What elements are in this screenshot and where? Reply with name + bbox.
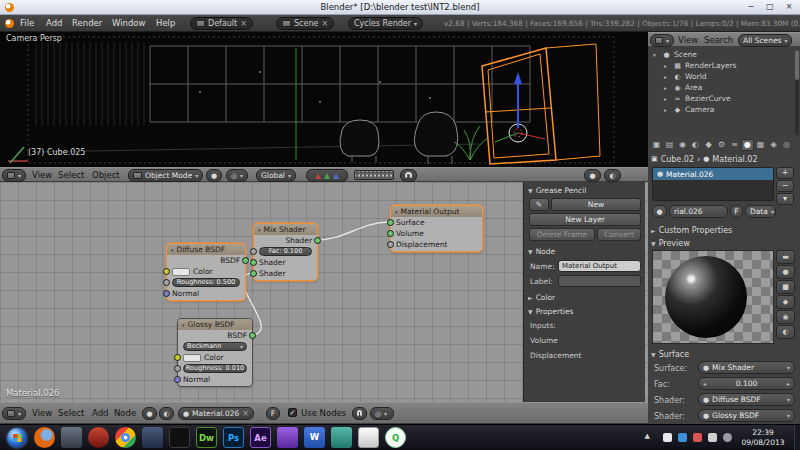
ne-menu-view[interactable]: View [32,406,52,421]
slot-specials-menu[interactable]: ▾ [776,193,794,205]
expand-icon[interactable]: ▸ [664,107,670,113]
tab-physics-icon[interactable]: ◎ [780,139,793,151]
color-swatch[interactable] [172,268,190,276]
outliner-item-renderlayers[interactable]: ▸ ▦ RenderLayers [648,60,792,71]
taskbar-icon-app-teal[interactable] [331,427,352,448]
output-socket-shader[interactable] [314,237,321,244]
item-label[interactable]: Area [685,83,702,92]
breadcrumb-object[interactable]: Cube.02 [661,155,694,164]
snap-toggle[interactable] [400,169,417,182]
custom-properties-header[interactable]: ► Custom Properties [651,224,797,236]
expand-icon[interactable]: ▸ [664,74,670,80]
pivot-point-selector[interactable]: ◎ ▾ [226,169,248,182]
ne-menu-select[interactable]: Select [58,406,84,421]
color-swatch[interactable] [183,354,201,362]
input-socket-shader1[interactable] [250,259,257,266]
layers-widget[interactable] [354,170,394,180]
render-opengl-anim-button[interactable]: ◐ [604,169,621,182]
material-link-selector[interactable]: Data ▾ [745,205,776,218]
item-label[interactable]: Scene [674,50,697,59]
ne-menu-add[interactable]: Add [92,406,108,421]
item-label[interactable]: World [685,72,707,81]
expand-icon[interactable]: ▸ [664,96,670,102]
minimize-button[interactable]: ─ [742,0,760,14]
arrow-left-icon[interactable]: ◂ [703,380,706,387]
input-socket-normal[interactable] [174,376,181,383]
roughness-slider[interactable]: Roughness: 0.500 [172,278,240,287]
preview-type-sphere-button[interactable]: ● [776,265,795,279]
preview-type-flat-button[interactable]: ▬ [776,250,795,264]
item-label[interactable]: BezierCurve [685,94,731,103]
expand-icon[interactable]: ▸ [664,63,670,69]
node-diffuse-bsdf[interactable]: ▾ Diffuse BSDF BSDF Color Roughness: 0.5… [167,244,245,300]
scale-manipulator-icon[interactable] [333,173,339,179]
fac-slider[interactable]: ◂ 0.100 ▸ [698,377,795,390]
ne-menu-node[interactable]: Node [114,406,136,421]
vp-menu-view[interactable]: View [32,168,52,183]
menu-window[interactable]: Window [112,15,146,31]
input-socket-color[interactable] [174,354,181,361]
properties-panel-header[interactable]: ▼ Properties [528,306,642,317]
outliner-item-area[interactable]: ▸ ◉ Area [648,82,792,93]
input-socket-surface[interactable] [387,219,394,226]
menu-add[interactable]: Add [46,15,62,31]
convert-button[interactable]: Convert [597,228,641,241]
collapse-icon[interactable]: ▾ [171,247,174,253]
preview-type-world-button[interactable]: ◐ [776,325,795,339]
outliner-menu-search[interactable]: Search [704,33,733,48]
expand-icon[interactable]: ▸ [664,85,670,91]
input-socket-color[interactable] [163,268,170,275]
distribution-dropdown[interactable]: Beckmann ▾ [183,342,247,351]
outliner-menu-view[interactable]: View [678,33,698,48]
preview-type-cube-button[interactable]: ■ [776,280,795,294]
volume-icon[interactable] [723,433,732,442]
viewport-3d[interactable]: Camera Persp (37) Cube.025 [0,32,648,167]
shader-type-object-toggle[interactable]: ● [142,407,157,420]
screen-layout-selector[interactable]: Default × [190,17,253,30]
translate-manipulator-icon[interactable] [315,173,321,179]
collapse-icon[interactable]: ▾ [258,227,261,233]
render-engine-selector[interactable]: Cycles Render ▾ [348,17,423,30]
taskbar-icon-app-dark[interactable] [61,427,82,448]
node-label-field[interactable] [558,275,641,287]
material-name-field[interactable]: rial.026 [669,205,728,218]
tab-constraints-icon[interactable]: ⚙ [715,139,728,151]
surface-header[interactable]: ▼ Surface [651,348,797,360]
taskbar-icon-app-red[interactable] [88,427,109,448]
fac-slider[interactable]: Fac: 0.100 [259,247,312,256]
material-slot-selected[interactable]: ● Material.026 [653,168,773,180]
node-header[interactable]: ▾ Glossy BSDF [178,319,252,330]
tab-world-icon[interactable]: ◐ [689,139,702,151]
tab-texture-icon[interactable]: ▦ [754,139,767,151]
input-socket-roughness[interactable] [163,279,170,286]
transform-orientation-selector[interactable]: Global ▾ [256,169,296,182]
surface-shader-selector[interactable]: ● Mix Shader ▾ [698,361,795,374]
outliner-scope-selector[interactable]: All Scenes ▾ [738,34,792,47]
node-header[interactable]: ▾ Diffuse BSDF [167,244,245,255]
browse-material-button[interactable]: ● [652,205,667,218]
item-label[interactable]: Camera [685,105,714,114]
node-glossy-bsdf[interactable]: ▾ Glossy BSDF BSDF Beckmann ▾ Color Roug… [178,319,252,386]
menu-help[interactable]: Help [156,15,175,31]
tab-scene-icon[interactable]: ◉ [676,139,689,151]
output-socket-bsdf[interactable] [242,257,249,264]
material-datablock-selector[interactable]: ● Material.026 × [178,407,254,420]
collapse-icon[interactable]: ▾ [395,209,398,215]
taskbar-icon-chrome[interactable] [115,427,136,448]
vp-menu-object[interactable]: Object [92,168,120,183]
grease-pencil-new-button[interactable]: New [551,198,641,211]
add-slot-button[interactable]: + [776,167,794,179]
tray-icon-3[interactable] [693,433,702,442]
new-layer-button[interactable]: New Layer [529,213,641,226]
unlink-icon[interactable]: × [242,409,249,418]
tab-material-icon[interactable]: ● [741,139,754,151]
editor-type-selector[interactable]: ▾ [2,407,26,420]
material-slot-list[interactable]: ● Material.026 [652,167,774,201]
fake-user-button[interactable]: F [266,407,280,420]
rotate-manipulator-icon[interactable] [324,173,330,179]
input-socket-shader2[interactable] [250,270,257,277]
screen-layout-unlink-icon[interactable]: × [240,19,247,28]
outliner-item-beziercurve[interactable]: ▸ ≈ BezierCurve [648,93,792,104]
tab-particles-icon[interactable]: ◈ [767,139,780,151]
input-socket-displacement[interactable] [387,241,394,248]
